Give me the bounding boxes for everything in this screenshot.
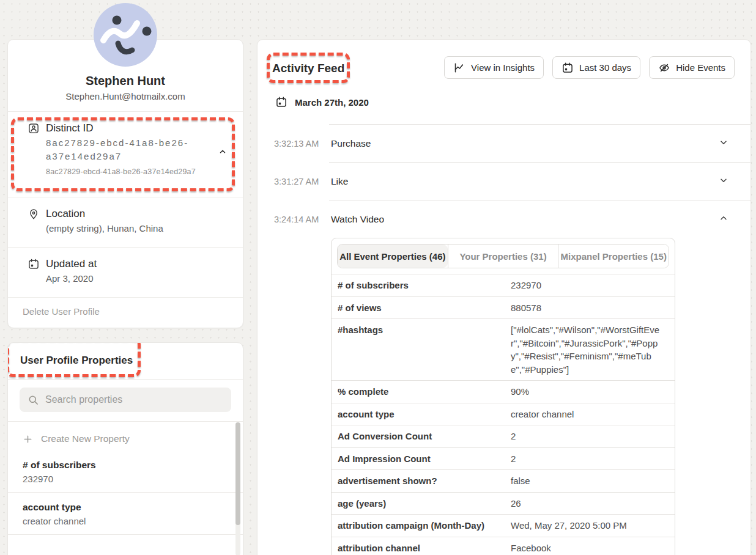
event-property-row: advertisement shown? false <box>332 469 675 492</box>
eye-off-icon <box>658 62 670 74</box>
event-property-value: Wed, May 27, 2020 5:00 PM <box>511 519 669 532</box>
event-property-row: account type creator channel <box>332 403 675 425</box>
chevron-down-icon[interactable] <box>719 138 728 150</box>
event-row-watch-video[interactable]: 3:24:14 AM Watch Video <box>329 200 750 238</box>
feed-date-text: March 27th, 2020 <box>295 97 369 108</box>
event-property-value: ["#lolCats","#Wilson","#WorstGiftEver","… <box>511 323 669 376</box>
event-list: 3:32:13 AM Purchase 3:31:27 AM Like 3:24… <box>329 124 750 555</box>
event-property-row: # of views 880578 <box>332 296 675 319</box>
chevron-down-icon[interactable] <box>719 175 728 188</box>
event-property-value: 26 <box>511 497 669 510</box>
updated-at-label: Updated at <box>46 258 97 270</box>
view-in-insights-label: View in Insights <box>471 62 535 73</box>
hide-events-label: Hide Events <box>676 62 725 73</box>
event-property-row: # of subscribers 232970 <box>332 274 675 296</box>
event-property-row: attribution campaign (Month-Day) Wed, Ma… <box>332 514 675 537</box>
event-property-value: Facebook <box>511 542 669 555</box>
event-name: Like <box>331 176 348 187</box>
user-email: Stephen.Hunt@hotmailx.com <box>8 91 243 101</box>
avatar-face-icon <box>94 3 157 67</box>
properties-header: User Profile Properties <box>8 343 243 380</box>
event-row-purchase[interactable]: 3:32:13 AM Purchase <box>329 124 750 162</box>
distinct-id-section[interactable]: Distinct ID 8ac27829-ebcd-41a8-be26-a37e… <box>8 112 243 197</box>
properties-scrollbar-track[interactable] <box>235 422 240 555</box>
distinct-id-label: Distinct ID <box>46 122 93 134</box>
event-property-label: attribution channel <box>338 542 511 555</box>
user-profile-properties-card: User Profile Properties Create New Prope… <box>7 342 243 555</box>
updated-at-section: Updated at Apr 3, 2020 <box>8 248 243 298</box>
property-value: creator channel <box>23 516 221 526</box>
distinct-id-value: 8ac27829-ebcd-41a8-be26-a37e14ed29a7 <box>46 136 212 163</box>
event-properties-tabs: All Event Properties (46) Your Propertie… <box>337 244 669 268</box>
event-property-value: creator channel <box>511 408 669 421</box>
user-avatar <box>94 3 157 67</box>
event-property-value: false <box>511 474 669 488</box>
calendar-icon <box>28 258 40 270</box>
event-property-row: Ad Impression Count 2 <box>332 447 675 470</box>
event-property-label: # of views <box>338 301 511 315</box>
feed-date-header: March 27th, 2020 <box>275 96 750 108</box>
event-property-label: attribution campaign (Month-Day) <box>338 519 511 532</box>
search-icon <box>28 394 39 406</box>
event-property-row: #hashtags ["#lolCats","#Wilson","#WorstG… <box>332 318 675 380</box>
event-name: Watch Video <box>331 214 384 225</box>
location-label: Location <box>46 208 85 220</box>
activity-feed-panel: Activity Feed View in Insights <box>257 39 751 555</box>
calendar-icon <box>275 96 287 108</box>
date-range-label: Last 30 days <box>579 62 631 73</box>
chevron-up-icon[interactable] <box>218 147 227 158</box>
event-time: 3:24:14 AM <box>274 215 323 224</box>
event-property-row: attribution channel Facebook <box>332 537 675 555</box>
tab-all-event-properties[interactable]: All Event Properties (46) <box>338 244 448 268</box>
calendar-icon <box>561 62 574 74</box>
search-properties-box[interactable] <box>20 388 231 412</box>
property-name: account type <box>23 502 221 513</box>
feed-toolbar: View in Insights Last 30 days <box>444 56 735 79</box>
tab-your-properties[interactable]: Your Properties (31) <box>448 244 558 268</box>
search-properties-input[interactable] <box>45 394 223 405</box>
event-property-value: 880578 <box>511 301 669 315</box>
event-property-row: Ad Conversion Count 2 <box>332 425 675 447</box>
property-list-divider <box>8 534 243 539</box>
updated-at-value: Apr 3, 2020 <box>46 272 228 285</box>
event-property-row: % complete 90% <box>332 380 675 403</box>
activity-feed-header: Activity Feed View in Insights <box>258 40 750 79</box>
properties-title: User Profile Properties <box>20 355 133 366</box>
activity-feed-title: Activity Feed <box>272 62 344 75</box>
event-row-like[interactable]: 3:31:27 AM Like <box>329 162 750 200</box>
view-in-insights-button[interactable]: View in Insights <box>444 56 544 79</box>
event-property-value: 2 <box>511 430 669 443</box>
property-value: 232970 <box>23 474 221 484</box>
user-profile-card: Stephen Hunt Stephen.Hunt@hotmailx.com D… <box>7 39 243 328</box>
distinct-id-subvalue: 8ac27829-ebcd-41a8-be26-a37e14ed29a7 <box>46 167 228 176</box>
event-property-value: 90% <box>511 385 669 399</box>
event-properties-panel: All Event Properties (46) Your Propertie… <box>331 238 675 555</box>
properties-scrollbar-thumb[interactable] <box>235 422 240 525</box>
event-property-label: advertisement shown? <box>338 474 511 488</box>
property-name: # of subscribers <box>23 460 221 471</box>
event-property-label: Ad Conversion Count <box>338 430 511 443</box>
search-properties-wrap <box>8 380 243 422</box>
create-new-property-button[interactable]: Create New Property <box>8 422 243 450</box>
date-range-button[interactable]: Last 30 days <box>552 56 640 79</box>
event-time: 3:31:27 AM <box>274 177 323 186</box>
plus-icon <box>23 434 33 444</box>
event-property-label: % complete <box>338 385 511 399</box>
hide-events-button[interactable]: Hide Events <box>649 56 735 79</box>
event-property-value: 232970 <box>511 279 669 292</box>
event-property-value: 2 <box>511 452 669 466</box>
event-property-label: age (years) <box>338 497 511 510</box>
property-item[interactable]: account type creator channel <box>8 492 243 534</box>
chevron-up-icon[interactable] <box>719 213 728 226</box>
tab-mixpanel-properties[interactable]: Mixpanel Properties (15) <box>558 244 669 268</box>
location-pin-icon <box>28 208 40 220</box>
properties-list: Create New Property # of subscribers 232… <box>8 422 243 539</box>
location-section: Location (empty string), Hunan, China <box>8 197 243 248</box>
create-new-property-label: Create New Property <box>41 433 130 444</box>
location-value: (empty string), Hunan, China <box>46 222 228 235</box>
line-chart-icon <box>453 62 465 74</box>
property-item[interactable]: # of subscribers 232970 <box>8 450 243 492</box>
event-property-label: #hashtags <box>338 323 511 376</box>
event-property-label: account type <box>338 408 511 421</box>
delete-user-profile-button[interactable]: Delete User Profile <box>8 298 243 329</box>
